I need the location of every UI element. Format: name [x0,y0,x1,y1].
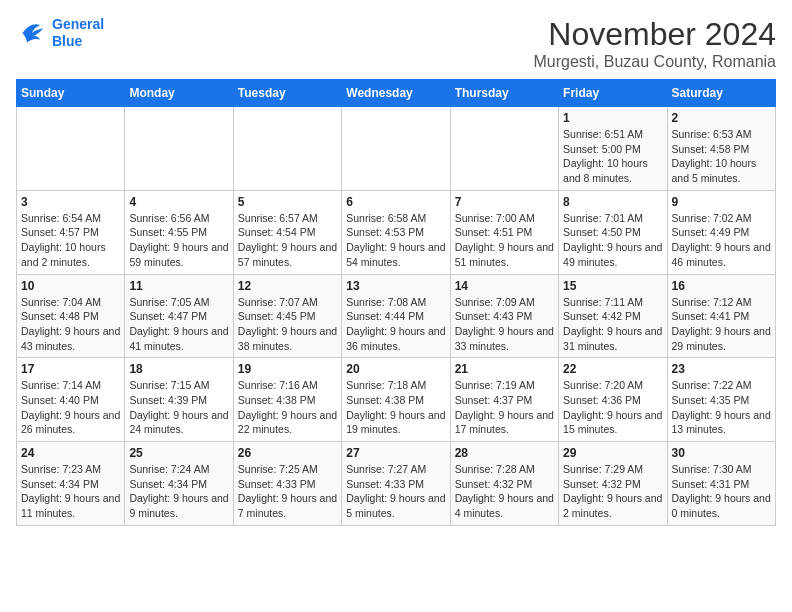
column-header-monday: Monday [125,80,233,107]
logo-text: General Blue [52,16,104,50]
day-number: 8 [563,195,662,209]
day-number: 29 [563,446,662,460]
calendar-cell: 16Sunrise: 7:12 AMSunset: 4:41 PMDayligh… [667,274,775,358]
title-block: November 2024 Murgesti, Buzau County, Ro… [534,16,776,71]
calendar-cell: 29Sunrise: 7:29 AMSunset: 4:32 PMDayligh… [559,442,667,526]
calendar-cell: 8Sunrise: 7:01 AMSunset: 4:50 PMDaylight… [559,190,667,274]
day-number: 5 [238,195,337,209]
day-info: Sunrise: 6:57 AMSunset: 4:54 PMDaylight:… [238,211,337,270]
day-info: Sunrise: 7:14 AMSunset: 4:40 PMDaylight:… [21,378,120,437]
calendar-cell: 2Sunrise: 6:53 AMSunset: 4:58 PMDaylight… [667,107,775,191]
day-number: 7 [455,195,554,209]
column-header-wednesday: Wednesday [342,80,450,107]
calendar-cell: 28Sunrise: 7:28 AMSunset: 4:32 PMDayligh… [450,442,558,526]
location: Murgesti, Buzau County, Romania [534,53,776,71]
day-number: 6 [346,195,445,209]
day-number: 21 [455,362,554,376]
calendar-cell: 30Sunrise: 7:30 AMSunset: 4:31 PMDayligh… [667,442,775,526]
calendar-cell [342,107,450,191]
column-header-saturday: Saturday [667,80,775,107]
day-number: 4 [129,195,228,209]
day-info: Sunrise: 7:15 AMSunset: 4:39 PMDaylight:… [129,378,228,437]
day-number: 19 [238,362,337,376]
calendar-cell: 14Sunrise: 7:09 AMSunset: 4:43 PMDayligh… [450,274,558,358]
calendar-cell: 17Sunrise: 7:14 AMSunset: 4:40 PMDayligh… [17,358,125,442]
day-info: Sunrise: 7:09 AMSunset: 4:43 PMDaylight:… [455,295,554,354]
day-info: Sunrise: 7:22 AMSunset: 4:35 PMDaylight:… [672,378,771,437]
calendar-cell: 24Sunrise: 7:23 AMSunset: 4:34 PMDayligh… [17,442,125,526]
calendar-week-1: 1Sunrise: 6:51 AMSunset: 5:00 PMDaylight… [17,107,776,191]
day-info: Sunrise: 7:24 AMSunset: 4:34 PMDaylight:… [129,462,228,521]
calendar-cell: 19Sunrise: 7:16 AMSunset: 4:38 PMDayligh… [233,358,341,442]
calendar-cell: 15Sunrise: 7:11 AMSunset: 4:42 PMDayligh… [559,274,667,358]
day-number: 10 [21,279,120,293]
calendar-cell: 25Sunrise: 7:24 AMSunset: 4:34 PMDayligh… [125,442,233,526]
day-number: 18 [129,362,228,376]
calendar-week-4: 17Sunrise: 7:14 AMSunset: 4:40 PMDayligh… [17,358,776,442]
day-number: 26 [238,446,337,460]
day-number: 1 [563,111,662,125]
day-info: Sunrise: 6:51 AMSunset: 5:00 PMDaylight:… [563,127,662,186]
calendar-cell: 21Sunrise: 7:19 AMSunset: 4:37 PMDayligh… [450,358,558,442]
day-number: 23 [672,362,771,376]
calendar-week-3: 10Sunrise: 7:04 AMSunset: 4:48 PMDayligh… [17,274,776,358]
day-info: Sunrise: 7:23 AMSunset: 4:34 PMDaylight:… [21,462,120,521]
calendar-cell: 26Sunrise: 7:25 AMSunset: 4:33 PMDayligh… [233,442,341,526]
day-info: Sunrise: 7:30 AMSunset: 4:31 PMDaylight:… [672,462,771,521]
calendar-cell: 6Sunrise: 6:58 AMSunset: 4:53 PMDaylight… [342,190,450,274]
day-number: 20 [346,362,445,376]
calendar-cell [125,107,233,191]
day-info: Sunrise: 7:12 AMSunset: 4:41 PMDaylight:… [672,295,771,354]
calendar-cell [450,107,558,191]
day-number: 28 [455,446,554,460]
day-info: Sunrise: 6:56 AMSunset: 4:55 PMDaylight:… [129,211,228,270]
calendar-cell: 18Sunrise: 7:15 AMSunset: 4:39 PMDayligh… [125,358,233,442]
calendar-cell: 20Sunrise: 7:18 AMSunset: 4:38 PMDayligh… [342,358,450,442]
calendar-cell: 4Sunrise: 6:56 AMSunset: 4:55 PMDaylight… [125,190,233,274]
day-number: 17 [21,362,120,376]
day-info: Sunrise: 7:20 AMSunset: 4:36 PMDaylight:… [563,378,662,437]
page-header: General Blue November 2024 Murgesti, Buz… [16,16,776,71]
calendar-cell: 1Sunrise: 6:51 AMSunset: 5:00 PMDaylight… [559,107,667,191]
column-header-thursday: Thursday [450,80,558,107]
day-info: Sunrise: 7:11 AMSunset: 4:42 PMDaylight:… [563,295,662,354]
calendar-cell: 7Sunrise: 7:00 AMSunset: 4:51 PMDaylight… [450,190,558,274]
day-info: Sunrise: 7:02 AMSunset: 4:49 PMDaylight:… [672,211,771,270]
day-number: 30 [672,446,771,460]
calendar-cell: 23Sunrise: 7:22 AMSunset: 4:35 PMDayligh… [667,358,775,442]
day-info: Sunrise: 7:28 AMSunset: 4:32 PMDaylight:… [455,462,554,521]
day-number: 16 [672,279,771,293]
calendar-cell [233,107,341,191]
day-info: Sunrise: 7:29 AMSunset: 4:32 PMDaylight:… [563,462,662,521]
day-info: Sunrise: 7:19 AMSunset: 4:37 PMDaylight:… [455,378,554,437]
day-number: 24 [21,446,120,460]
day-number: 3 [21,195,120,209]
day-info: Sunrise: 7:08 AMSunset: 4:44 PMDaylight:… [346,295,445,354]
calendar-cell [17,107,125,191]
day-info: Sunrise: 6:58 AMSunset: 4:53 PMDaylight:… [346,211,445,270]
day-number: 22 [563,362,662,376]
day-number: 14 [455,279,554,293]
day-number: 25 [129,446,228,460]
day-number: 12 [238,279,337,293]
calendar-header-row: SundayMondayTuesdayWednesdayThursdayFrid… [17,80,776,107]
day-number: 13 [346,279,445,293]
day-number: 11 [129,279,228,293]
column-header-tuesday: Tuesday [233,80,341,107]
logo-icon [16,17,48,49]
day-info: Sunrise: 6:54 AMSunset: 4:57 PMDaylight:… [21,211,120,270]
day-number: 2 [672,111,771,125]
calendar-cell: 5Sunrise: 6:57 AMSunset: 4:54 PMDaylight… [233,190,341,274]
day-info: Sunrise: 7:18 AMSunset: 4:38 PMDaylight:… [346,378,445,437]
calendar-cell: 13Sunrise: 7:08 AMSunset: 4:44 PMDayligh… [342,274,450,358]
day-number: 27 [346,446,445,460]
day-info: Sunrise: 7:27 AMSunset: 4:33 PMDaylight:… [346,462,445,521]
day-info: Sunrise: 7:25 AMSunset: 4:33 PMDaylight:… [238,462,337,521]
calendar-cell: 11Sunrise: 7:05 AMSunset: 4:47 PMDayligh… [125,274,233,358]
calendar-cell: 10Sunrise: 7:04 AMSunset: 4:48 PMDayligh… [17,274,125,358]
calendar-cell: 9Sunrise: 7:02 AMSunset: 4:49 PMDaylight… [667,190,775,274]
day-info: Sunrise: 7:07 AMSunset: 4:45 PMDaylight:… [238,295,337,354]
calendar-cell: 27Sunrise: 7:27 AMSunset: 4:33 PMDayligh… [342,442,450,526]
day-info: Sunrise: 7:05 AMSunset: 4:47 PMDaylight:… [129,295,228,354]
day-info: Sunrise: 7:04 AMSunset: 4:48 PMDaylight:… [21,295,120,354]
